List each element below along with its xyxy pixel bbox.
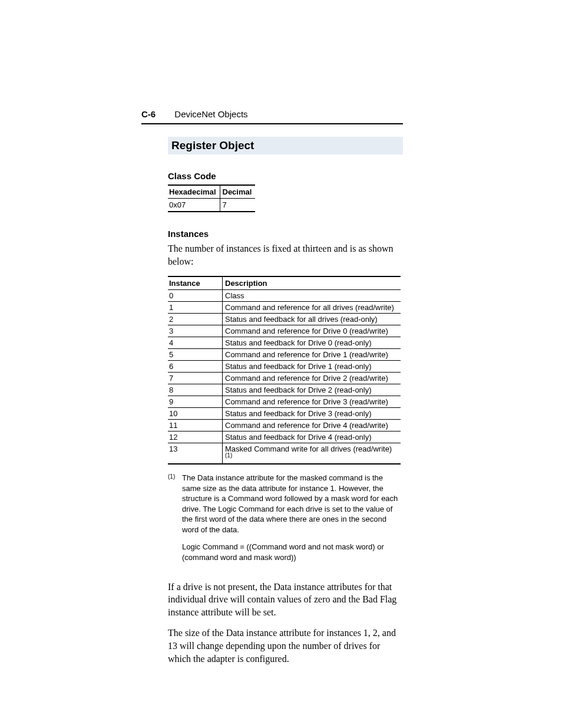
body-para-1: If a drive is not present, the Data inst… [168, 581, 403, 619]
cell-description: Masked Command write for all drives (rea… [223, 443, 401, 465]
cell-instance: 11 [168, 420, 223, 431]
footnote: (1) The Data instance attribute for the … [168, 473, 401, 569]
cell-description: Command and reference for Drive 3 (read/… [223, 396, 401, 408]
running-header: C-6 DeviceNet Objects [141, 109, 403, 124]
cell-description: Status and feedback for all drives (read… [223, 314, 401, 325]
col-description: Description [223, 276, 401, 290]
instances-heading: Instances [168, 229, 403, 239]
cell-instance: 6 [168, 361, 223, 373]
col-instance: Instance [168, 276, 223, 290]
table-row: 8Status and feedback for Drive 2 (read-o… [168, 384, 401, 396]
section-title: DeviceNet Objects [174, 109, 247, 119]
table-header-row: Instance Description [168, 276, 401, 290]
cell-description: Status and feedback for Drive 3 (read-on… [223, 408, 401, 420]
cell-description: Status and feedback for Drive 0 (read-on… [223, 337, 401, 349]
footnote-para-1: The Data instance attribute for the mask… [182, 473, 401, 535]
table-row: 7Command and reference for Drive 2 (read… [168, 373, 401, 384]
cell-description: Status and feedback for Drive 1 (read-on… [223, 361, 401, 373]
cell-instance: 0 [168, 290, 223, 302]
page-title: Register Object [168, 137, 403, 154]
cell-instance: 5 [168, 349, 223, 361]
cell-description: Command and reference for Drive 4 (read/… [223, 420, 401, 431]
instances-intro: The number of instances is fixed at thir… [168, 242, 403, 268]
table-row: 11Command and reference for Drive 4 (rea… [168, 420, 401, 431]
table-row: 12Status and feedback for Drive 4 (read-… [168, 431, 401, 443]
footnote-text: The Data instance attribute for the mask… [182, 473, 401, 569]
page: C-6 DeviceNet Objects Register Object Cl… [0, 0, 562, 728]
table-row: 0x07 7 [168, 199, 255, 212]
cell-description: Command and reference for Drive 1 (read/… [223, 349, 401, 361]
class-code-heading: Class Code [168, 171, 403, 181]
cell-instance: 4 [168, 337, 223, 349]
cell-instance: 10 [168, 408, 223, 420]
cell-hex: 0x07 [168, 199, 220, 212]
table-row: 13Masked Command write for all drives (r… [168, 443, 401, 465]
cell-description: Class [223, 290, 401, 302]
cell-dec: 7 [220, 199, 255, 212]
col-dec: Decimal [220, 185, 255, 199]
table-row: 3Command and reference for Drive 0 (read… [168, 325, 401, 337]
cell-description: Command and reference for Drive 0 (read/… [223, 325, 401, 337]
page-number: C-6 [141, 109, 156, 119]
body-para-2: The size of the Data instance attribute … [168, 627, 403, 665]
footnote-marker: (1) [168, 473, 182, 569]
table-row: 5Command and reference for Drive 1 (read… [168, 349, 401, 361]
cell-instance: 2 [168, 314, 223, 325]
cell-description: Status and feedback for Drive 4 (read-on… [223, 431, 401, 443]
table-row: 1Command and reference for all drives (r… [168, 302, 401, 314]
table-row: 9Command and reference for Drive 3 (read… [168, 396, 401, 408]
cell-instance: 9 [168, 396, 223, 408]
cell-instance: 1 [168, 302, 223, 314]
col-hex: Hexadecimal [168, 185, 220, 199]
content-area: Register Object Class Code Hexadecimal D… [168, 137, 403, 673]
table-row: 6Status and feedback for Drive 1 (read-o… [168, 361, 401, 373]
instances-table: Instance Description 0Class1Command and … [168, 276, 401, 465]
cell-instance: 7 [168, 373, 223, 384]
class-code-table: Hexadecimal Decimal 0x07 7 [168, 185, 255, 212]
cell-instance: 3 [168, 325, 223, 337]
footnote-para-2: Logic Command = ((Command word and not m… [182, 542, 401, 562]
cell-instance: 8 [168, 384, 223, 396]
table-row: 4Status and feedback for Drive 0 (read-o… [168, 337, 401, 349]
cell-description: Command and reference for all drives (re… [223, 302, 401, 314]
cell-instance: 12 [168, 431, 223, 443]
table-row: 10Status and feedback for Drive 3 (read-… [168, 408, 401, 420]
cell-description: Command and reference for Drive 2 (read/… [223, 373, 401, 384]
cell-instance: 13 [168, 443, 223, 465]
table-row: 0Class [168, 290, 401, 302]
table-row: 2Status and feedback for all drives (rea… [168, 314, 401, 325]
footnote-ref: (1) [225, 452, 232, 459]
cell-description: Status and feedback for Drive 2 (read-on… [223, 384, 401, 396]
table-header-row: Hexadecimal Decimal [168, 185, 255, 199]
